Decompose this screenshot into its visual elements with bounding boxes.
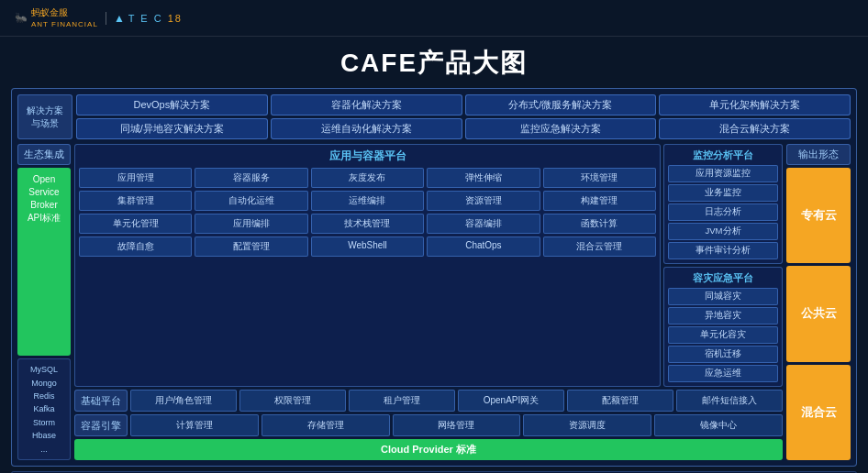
solution-dr: 同城/异地容灾解决方案 <box>76 118 268 139</box>
cell-gray-deploy: 灰度发布 <box>311 168 424 188</box>
content-area: 解决方案 与场景 DevOps解决方案 容器化解决方案 分布式/微服务解决方案 … <box>0 88 868 473</box>
cell-ops-arrange: 运维编排 <box>311 191 424 211</box>
disaster-title: 容灾应急平台 <box>668 271 778 285</box>
platforms-row: 应用与容器平台 应用管理 容器服务 灰度发布 弹性伸缩 环境管理 集群管理 自动… <box>74 144 783 387</box>
cell-res-manage: 资源管理 <box>427 191 540 211</box>
base-notification: 邮件短信接入 <box>676 390 783 412</box>
cell-config-manage: 配置管理 <box>195 236 307 257</box>
container-image-center: 镜像中心 <box>654 414 783 436</box>
cloud-hybrid-box: 混合云 <box>786 365 851 460</box>
container-compute: 计算管理 <box>130 414 259 436</box>
atec-triangle-icon: ▲ <box>114 12 125 25</box>
app-platform: 应用与容器平台 应用管理 容器服务 灰度发布 弹性伸缩 环境管理 集群管理 自动… <box>74 144 661 387</box>
left-sidebar: 生态集成 Open Service Broker API标准 MySQL Mon… <box>17 144 71 460</box>
tech-list: MySQL Mongo Redis Kafka Storm Hbase ... <box>17 358 71 460</box>
solution-unitarch: 单元化架构解决方案 <box>659 94 851 116</box>
app-platform-title: 应用与容器平台 <box>79 148 656 164</box>
container-engine-row: 容器引擎 计算管理 存储管理 网络管理 资源调度 镜像中心 <box>74 414 783 436</box>
container-network: 网络管理 <box>393 414 521 436</box>
base-permission: 权限管理 <box>239 390 346 412</box>
cell-func-compute: 函数计算 <box>543 214 656 234</box>
solutions-items: DevOps解决方案 容器化解决方案 分布式/微服务解决方案 单元化架构解决方案… <box>76 94 851 139</box>
ant-icon: 🐜 <box>15 12 28 24</box>
monitor-log: 日志分析 <box>668 204 778 221</box>
cloud-provider-bar: Cloud Provider 标准 <box>74 439 783 460</box>
page-title: CAFE产品大图 <box>0 37 868 88</box>
disaster-emergency-ops: 应急运维 <box>668 365 778 382</box>
cell-hybrid-manage: 混合云管理 <box>543 236 656 257</box>
cell-fault-heal: 故障自愈 <box>79 236 192 257</box>
container-engine-items: 计算管理 存储管理 网络管理 资源调度 镜像中心 <box>130 414 783 436</box>
outer-box: 解决方案 与场景 DevOps解决方案 容器化解决方案 分布式/微服务解决方案 … <box>11 88 857 467</box>
base-platform-row: 基础平台 用户/角色管理 权限管理 租户管理 OpenAPI网关 配额管理 邮件… <box>74 390 783 412</box>
cell-env-manage: 环境管理 <box>543 168 656 188</box>
logo-area: 🐜 蚂蚁金服ANT FINANCIAL ▲ T E C 18 <box>15 7 183 29</box>
cell-tech-stack: 技术栈管理 <box>311 214 424 234</box>
main-content-area: 生态集成 Open Service Broker API标准 MySQL Mon… <box>17 144 851 460</box>
base-user-role: 用户/角色管理 <box>130 390 237 412</box>
base-platform-label: 基础平台 <box>74 390 128 412</box>
solution-autoops: 运维自动化解决方案 <box>271 118 462 139</box>
monitor-jvm: JVM分析 <box>668 223 778 240</box>
cell-cluster-manage: 集群管理 <box>79 191 192 211</box>
solutions-bottom: 同城/异地容灾解决方案 运维自动化解决方案 监控应急解决方案 混合云解决方案 <box>76 118 851 139</box>
container-engine-label: 容器引擎 <box>74 414 128 436</box>
cloud-public-box: 公共云 <box>786 266 851 361</box>
solution-monitor: 监控应急解决方案 <box>465 118 657 139</box>
container-resource-dispatch: 资源调度 <box>523 414 651 436</box>
disaster-migrate: 宿机迁移 <box>668 346 778 363</box>
disaster-remote: 异地容灾 <box>668 307 778 324</box>
cloud-private-box: 专有云 <box>786 168 851 263</box>
disaster-same-city: 同城容灾 <box>668 288 778 305</box>
solution-microservice: 分布式/微服务解决方案 <box>465 94 657 116</box>
solutions-top: DevOps解决方案 容器化解决方案 分布式/微服务解决方案 单元化架构解决方案 <box>76 94 851 116</box>
app-platform-grid: 应用管理 容器服务 灰度发布 弹性伸缩 环境管理 集群管理 自动化运维 运维编排… <box>79 168 656 257</box>
solutions-label: 解决方案 与场景 <box>17 94 72 139</box>
disaster-platform: 容灾应急平台 同城容灾 异地容灾 单元化容灾 宿机迁移 应急运维 <box>663 267 783 387</box>
atec-logo: ▲ T E C 18 <box>106 12 183 25</box>
output-label: 输出形态 <box>786 144 851 165</box>
cell-auto-ops: 自动化运维 <box>195 191 307 211</box>
monitor-audit: 事件审计分析 <box>668 242 778 259</box>
header: 🐜 蚂蚁金服ANT FINANCIAL ▲ T E C 18 <box>0 0 868 37</box>
cell-build-manage: 构建管理 <box>543 191 656 211</box>
cell-container-svc: 容器服务 <box>195 168 307 188</box>
base-quota: 配额管理 <box>567 390 673 412</box>
container-storage: 存储管理 <box>262 414 390 436</box>
cell-container-arrange: 容器编排 <box>427 214 540 234</box>
base-openapi: OpenAPI网关 <box>458 390 564 412</box>
base-platform-items: 用户/角色管理 权限管理 租户管理 OpenAPI网关 配额管理 邮件短信接入 <box>130 390 783 412</box>
eco-label: 生态集成 <box>17 144 71 165</box>
base-tenant: 租户管理 <box>349 390 455 412</box>
monitor-business: 业务监控 <box>668 184 778 202</box>
ant-financial-text: 蚂蚁金服ANT FINANCIAL <box>31 7 98 29</box>
cell-chatops: ChatOps <box>427 236 540 257</box>
cell-webshell: WebShell <box>311 236 424 257</box>
cell-app-manage: 应用管理 <box>79 168 192 188</box>
cell-app-arrange: 应用编排 <box>195 214 307 234</box>
disaster-unit: 单元化容灾 <box>668 326 778 344</box>
solution-devops: DevOps解决方案 <box>76 94 268 116</box>
monitor-app-resource: 应用资源监控 <box>668 165 778 182</box>
monitor-title: 监控分析平台 <box>668 148 778 162</box>
solution-container: 容器化解决方案 <box>271 94 462 116</box>
open-service-box: Open Service Broker API标准 <box>17 168 71 356</box>
output-column: 输出形态 专有云 公共云 混合云 <box>786 144 851 460</box>
solutions-row: 解决方案 与场景 DevOps解决方案 容器化解决方案 分布式/微服务解决方案 … <box>17 94 851 139</box>
solution-hybrid: 混合云解决方案 <box>659 118 851 139</box>
cell-elastic: 弹性伸缩 <box>427 168 540 188</box>
cell-unit-manage: 单元化管理 <box>79 214 192 234</box>
monitor-platform: 监控分析平台 应用资源监控 业务监控 日志分析 JVM分析 事件审计分析 <box>663 144 783 264</box>
ant-financial-logo: 🐜 蚂蚁金服ANT FINANCIAL <box>15 7 98 29</box>
atec-text: T E C 18 <box>128 13 183 24</box>
